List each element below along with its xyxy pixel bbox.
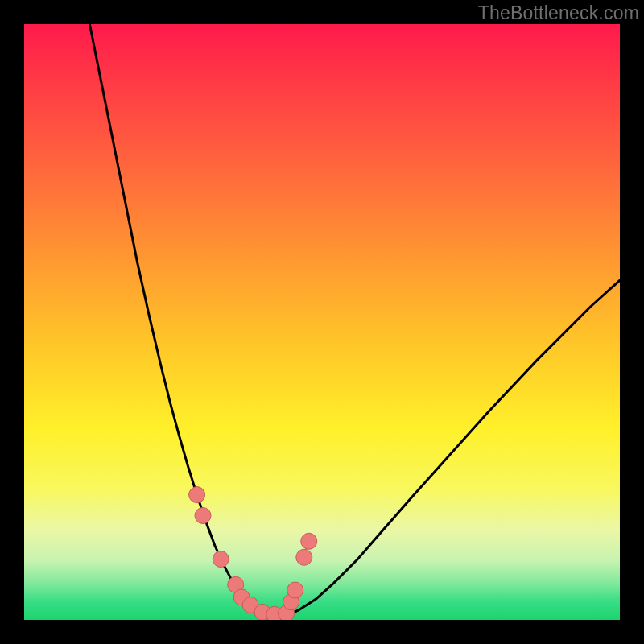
watermark-text: TheBottleneck.com xyxy=(478,2,639,24)
plot-area xyxy=(24,24,620,620)
outer-frame: TheBottleneck.com xyxy=(0,0,644,644)
